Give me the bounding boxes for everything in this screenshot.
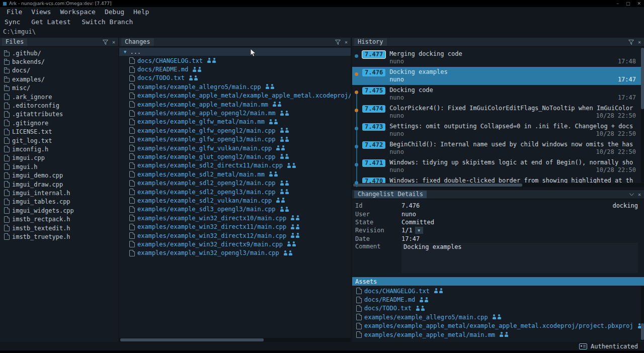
chevron-down-icon[interactable]: [629, 193, 634, 196]
file-tree-item[interactable]: backends/: [0, 57, 118, 66]
scrollbar-thumb[interactable]: [120, 338, 264, 341]
history-v-scrollbar[interactable]: [641, 47, 644, 183]
history-entry[interactable]: 7.471 Windows: tidying up skipitems logi…: [352, 157, 644, 175]
changelist-details-panel: Changelist Details ✕ Id 7.476 docking Us…: [352, 190, 644, 277]
changed-file-row[interactable]: docs/TODO.txt: [119, 74, 351, 82]
menu-item[interactable]: Views: [27, 8, 55, 16]
file-tree-item[interactable]: imgui.h: [0, 162, 118, 171]
changed-file-row[interactable]: examples/example_sdl2_metal/main.mm: [119, 170, 351, 179]
toolbar-button[interactable]: Sync: [5, 18, 20, 26]
changed-file-row[interactable]: examples/example_sdl2_opengl2/main.cpp: [119, 179, 351, 187]
close-icon[interactable]: ✕: [637, 1, 641, 6]
history-entry[interactable]: 7.476 Docking examples nuno 17:47: [352, 67, 644, 85]
file-tree-item[interactable]: imgui_tables.cpp: [0, 198, 118, 206]
maximize-icon[interactable]: □: [626, 1, 630, 6]
file-tree-item[interactable]: LICENSE.txt: [0, 128, 118, 136]
changed-file-row[interactable]: docs/README.md: [119, 65, 351, 73]
revision-combo[interactable]: 1/1 ▼: [401, 227, 423, 234]
tab-changelist-details[interactable]: Changelist Details: [354, 191, 427, 198]
changed-file-row[interactable]: examples/example_sdl2_directx11/main.cpp: [119, 161, 351, 170]
changed-file-row[interactable]: examples/example_apple_metal/main.mm: [119, 100, 351, 109]
changed-file-row[interactable]: examples/example_win32_directx9/main.cpp: [119, 240, 351, 248]
changes-h-scrollbar[interactable]: [119, 338, 351, 342]
file-icon: [129, 232, 135, 239]
history-entry[interactable]: 7.475 Docking code nuno 17:47: [352, 85, 644, 103]
changes-list: docs/CHANGELOG.txt docs/README.md docs/T…: [119, 56, 351, 257]
file-tree-item-label: LICENSE.txt: [12, 128, 52, 135]
changed-file-row[interactable]: examples/example_glfw_metal/main.mm: [119, 118, 351, 126]
file-tree-item[interactable]: imgui.cpp: [0, 154, 118, 162]
asset-row[interactable]: docs/TODO.txt: [352, 304, 644, 313]
assets-v-scrollbar[interactable]: [641, 286, 644, 341]
comment-box[interactable]: Docking examples: [401, 243, 638, 273]
changed-file-row[interactable]: examples/example_sdl2_vulkan/main.cpp: [119, 196, 351, 205]
changed-file-row[interactable]: examples/example_glut_opengl2/main.cpp: [119, 152, 351, 161]
changed-file-name: examples/example_sdl2_metal/main.mm: [137, 171, 265, 178]
file-tree-item[interactable]: misc/: [0, 84, 118, 93]
file-tree-item[interactable]: .ark_ignore: [0, 93, 118, 101]
changed-file-row[interactable]: examples/example_sdl2_opengl3/main.cpp: [119, 188, 351, 196]
minimize-icon[interactable]: –: [616, 1, 619, 6]
changed-file-row[interactable]: examples/example_allegro5/main.cpp: [119, 82, 351, 91]
file-tree-item[interactable]: imstb_textedit.h: [0, 224, 118, 232]
changed-file-row[interactable]: examples/example_glfw_opengl3/main.cpp: [119, 135, 351, 144]
expander-down-icon[interactable]: ▼: [124, 49, 126, 54]
history-entry[interactable]: 7.472 BeginChild(): Internal name used b…: [352, 139, 644, 157]
panel-close-icon[interactable]: ✕: [638, 40, 641, 45]
changed-file-row[interactable]: examples/example_apple_metal/example_app…: [119, 92, 351, 100]
commit-dot-icon: [355, 163, 358, 166]
panel-close-icon[interactable]: ✕: [638, 192, 641, 197]
file-tree-item[interactable]: imgui_draw.cpp: [0, 180, 118, 189]
file-tree-item[interactable]: .github/: [0, 49, 118, 57]
changed-file-row[interactable]: docs/CHANGELOG.txt: [119, 56, 351, 65]
filter-icon[interactable]: [335, 40, 341, 45]
file-tree-item[interactable]: .gitignore: [0, 119, 118, 127]
file-tree-item[interactable]: examples/: [0, 75, 118, 83]
panel-close-icon[interactable]: ✕: [345, 40, 348, 45]
menu-item[interactable]: File: [2, 8, 27, 16]
file-tree-item[interactable]: imconfig.h: [0, 145, 118, 153]
file-tree-item[interactable]: docs/: [0, 66, 118, 75]
history-entry[interactable]: 7.477 Merging docking code nuno 17:48: [352, 49, 644, 67]
toolbar-button[interactable]: Get Latest: [31, 18, 70, 26]
changed-file-row[interactable]: examples/example_glfw_opengl2/main.cpp: [119, 126, 351, 135]
changed-file-row[interactable]: examples/example_win32_directx10/main.cp…: [119, 214, 351, 222]
asset-row[interactable]: examples/example_apple_metal/main.mm: [352, 330, 644, 339]
tab-history[interactable]: History: [354, 38, 387, 46]
menu-item[interactable]: Workspace: [55, 8, 100, 16]
panel-close-icon[interactable]: ✕: [112, 40, 115, 45]
scrollbar-thumb[interactable]: [641, 48, 644, 109]
changes-root-row[interactable]: ▼ ...: [119, 48, 351, 56]
combo-arrow-icon[interactable]: ▼: [415, 227, 423, 234]
changed-file-row[interactable]: examples/example_win32_directx12/main.cp…: [119, 231, 351, 240]
scrollbar-thumb[interactable]: [353, 184, 522, 187]
changed-file-row[interactable]: examples/example_sdl3_opengl3/main.cpp: [119, 205, 351, 214]
tab-changes[interactable]: Changes: [121, 38, 154, 46]
file-tree-item[interactable]: imstb_rectpack.h: [0, 215, 118, 223]
history-h-scrollbar[interactable]: [352, 183, 644, 187]
file-tree-item[interactable]: imgui_demo.cpp: [0, 171, 118, 180]
asset-row[interactable]: examples/example_apple_metal/example_app…: [352, 322, 644, 330]
file-tree-item[interactable]: .editorconfig: [0, 101, 118, 110]
tab-files[interactable]: Files: [2, 38, 27, 46]
changed-file-row[interactable]: examples/example_glfw_vulkan/main.cpp: [119, 144, 351, 152]
asset-row[interactable]: examples/example_allegro5/main.cpp: [352, 313, 644, 321]
history-entry[interactable]: 7.473 Settings: omit outputing Collapsed…: [352, 121, 644, 139]
toolbar-button[interactable]: Switch Branch: [82, 18, 133, 26]
changed-file-row[interactable]: examples/example_apple_opengl2/main.mm: [119, 109, 351, 117]
file-tree-item[interactable]: imgui_widgets.cpp: [0, 206, 118, 215]
menu-item[interactable]: Debug: [100, 8, 129, 16]
file-tree-item[interactable]: imgui_internal.h: [0, 189, 118, 197]
menu-item[interactable]: Help: [129, 8, 153, 16]
file-tree-item[interactable]: .gitattributes: [0, 110, 118, 119]
asset-row[interactable]: docs/README.md: [352, 295, 644, 304]
asset-row[interactable]: docs/CHANGELOG.txt: [352, 287, 644, 295]
file-tree-item[interactable]: imstb_truetype.h: [0, 232, 118, 241]
history-entry[interactable]: 7.474 ColorPicker4(): Fixed ImGuiColorEd…: [352, 103, 644, 121]
changed-file-row[interactable]: examples/example_win32_directx11/main.cp…: [119, 222, 351, 231]
filter-icon[interactable]: [103, 40, 108, 45]
file-tree-item[interactable]: git_log.txt: [0, 136, 118, 145]
scrollbar-thumb[interactable]: [641, 323, 644, 340]
changed-file-row[interactable]: examples/example_win32_opengl3/main.cpp: [119, 249, 351, 257]
filter-icon[interactable]: [628, 40, 634, 45]
